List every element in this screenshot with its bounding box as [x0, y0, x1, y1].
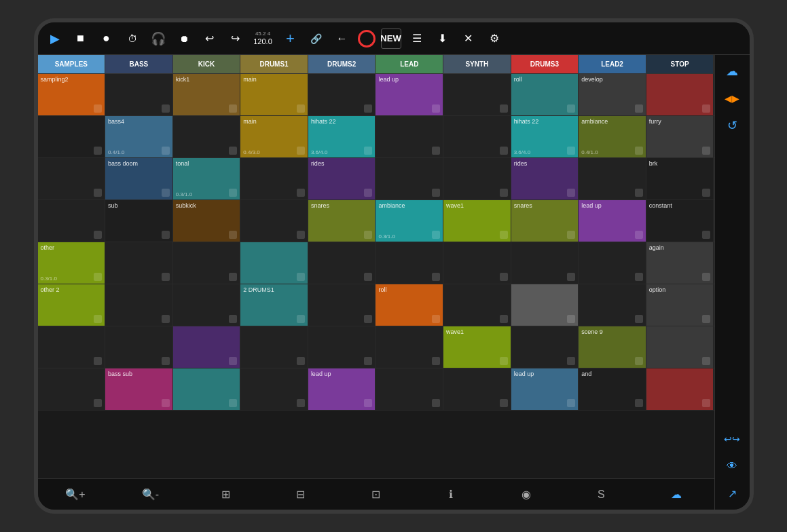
arrow-up-right-icon[interactable]: ↗ — [720, 481, 744, 506]
cell-r2-c8[interactable] — [579, 158, 646, 200]
cell-r0-c3[interactable]: main — [240, 74, 308, 115]
cell-r0-c7[interactable]: roll — [511, 74, 579, 115]
cell-r5-c1[interactable] — [105, 284, 173, 326]
cell-r1-c9[interactable]: furry — [646, 116, 714, 157]
cell-r4-c8[interactable] — [579, 242, 646, 284]
cell-r6-c3[interactable] — [240, 326, 308, 368]
cell-r0-c4[interactable] — [308, 74, 376, 115]
col-header-lead2[interactable]: LEAD2 — [579, 55, 646, 74]
cell-r7-c1[interactable]: bass sub — [105, 368, 173, 410]
col-header-lead[interactable]: LEAD — [376, 55, 443, 74]
cell-r2-c4[interactable]: rides — [308, 158, 376, 200]
cell-r3-c7[interactable]: snares — [511, 200, 579, 242]
cell-r1-c6[interactable] — [443, 116, 511, 157]
cell-r6-c7[interactable] — [511, 326, 579, 368]
cell-r1-c3[interactable]: main0.4/3.0 — [240, 116, 308, 157]
cell-r1-c8[interactable]: ambiance0.4/1.0 — [579, 116, 646, 157]
cell-r6-c1[interactable] — [105, 326, 173, 368]
add-track-icon[interactable]: ⊞ — [213, 482, 238, 507]
headphone-icon[interactable]: 🎧 — [148, 28, 168, 49]
link-icon[interactable]: 🔗 — [306, 28, 327, 49]
cell-r0-c1[interactable] — [105, 74, 173, 115]
cell-r1-c5[interactable] — [376, 116, 443, 157]
cell-r1-c2[interactable] — [173, 116, 241, 157]
cell-r3-c0[interactable] — [38, 200, 106, 242]
col-header-drums2[interactable]: DRUMS2 — [308, 55, 376, 74]
cell-r4-c5[interactable] — [376, 242, 443, 284]
cell-r0-c9[interactable] — [646, 74, 714, 115]
cell-r7-c7[interactable]: lead up — [511, 368, 579, 410]
list-icon[interactable]: ☰ — [407, 28, 427, 49]
add-button[interactable]: + — [280, 28, 301, 49]
cell-r3-c3[interactable] — [240, 200, 308, 242]
col-header-samples[interactable]: SAMPLES — [38, 55, 106, 74]
cell-r7-c5[interactable] — [376, 368, 443, 410]
cell-r0-c6[interactable] — [443, 74, 511, 115]
zoom-out-icon[interactable]: 🔍- — [138, 482, 162, 507]
cell-r5-c0[interactable]: other 2 — [38, 284, 106, 326]
cell-r2-c2[interactable]: tonal0.3/1.0 — [173, 158, 241, 200]
cell-r6-c4[interactable] — [308, 326, 376, 368]
cell-r0-c2[interactable]: kick1 — [173, 74, 241, 115]
zoom-in-icon[interactable]: 🔍+ — [63, 482, 88, 507]
new-button[interactable]: NEW — [381, 28, 401, 49]
col-header-kick[interactable]: KICK — [173, 55, 241, 74]
cell-r6-c0[interactable] — [38, 326, 106, 368]
cell-r2-c6[interactable] — [443, 158, 511, 200]
play-button[interactable]: ▶ — [45, 28, 65, 49]
cell-r6-c8[interactable]: scene 9 — [579, 326, 646, 368]
cell-r5-c9[interactable]: option — [646, 284, 714, 326]
col-header-stop[interactable]: STOP — [646, 55, 714, 74]
cell-r7-c0[interactable] — [38, 368, 106, 410]
cell-r3-c6[interactable]: wave1 — [443, 200, 511, 242]
record-mode-icon[interactable]: ◉ — [514, 482, 538, 507]
cell-r2-c1[interactable]: bass doom — [105, 158, 173, 200]
cell-r4-c3[interactable] — [240, 242, 308, 284]
cloud-icon-bottom[interactable]: ☁ — [664, 482, 689, 507]
capture-icon[interactable]: ⊡ — [363, 482, 388, 507]
cell-r4-c9[interactable]: again — [646, 242, 714, 284]
cell-r0-c8[interactable]: develop — [579, 74, 646, 115]
session-icon[interactable]: S — [589, 482, 613, 507]
navigate-icon[interactable]: ◀▶ — [720, 86, 744, 111]
cell-r2-c5[interactable] — [376, 158, 443, 200]
cell-r7-c4[interactable]: lead up — [308, 368, 376, 410]
cell-r3-c5[interactable]: ambiance0.3/1.0 — [376, 200, 443, 242]
cell-r5-c8[interactable] — [579, 284, 646, 326]
settings-icon[interactable]: ⚙ — [484, 28, 505, 49]
info-icon[interactable]: ℹ — [439, 482, 463, 507]
col-header-bass[interactable]: BASS — [105, 55, 173, 74]
cell-r3-c8[interactable]: lead up — [579, 200, 646, 242]
close-icon[interactable]: ✕ — [458, 28, 479, 49]
metronome-icon[interactable]: ⏱ — [122, 28, 143, 49]
redo-icon[interactable]: ↪ — [225, 28, 246, 49]
loop-icon[interactable]: ↺ — [720, 113, 744, 138]
cell-r3-c1[interactable]: sub — [105, 200, 173, 242]
cell-r5-c5[interactable]: roll — [376, 284, 443, 326]
cell-r2-c9[interactable]: brk — [646, 158, 714, 200]
record-button[interactable]: ● — [96, 28, 117, 49]
cell-r4-c2[interactable] — [173, 242, 241, 284]
cell-r3-c9[interactable]: constant — [646, 200, 714, 242]
eye-icon[interactable]: 👁 — [720, 454, 744, 478]
col-header-drums3[interactable]: DRUMS3 — [511, 55, 579, 74]
back-icon[interactable]: ← — [332, 28, 352, 49]
cell-r2-c0[interactable] — [38, 158, 106, 200]
cell-r5-c6[interactable] — [443, 284, 511, 326]
cell-r1-c4[interactable]: hihats 223.6/4.0 — [308, 116, 376, 157]
cell-r7-c3[interactable] — [240, 368, 308, 410]
cell-r7-c9[interactable] — [646, 368, 714, 410]
cell-r4-c4[interactable] — [308, 242, 376, 284]
cell-r6-c2[interactable] — [173, 326, 241, 368]
cell-r5-c4[interactable] — [308, 284, 376, 326]
cell-r4-c1[interactable] — [105, 242, 173, 284]
cell-r6-c9[interactable] — [646, 326, 714, 368]
record-circle[interactable] — [358, 30, 376, 48]
cell-r7-c6[interactable] — [443, 368, 511, 410]
cell-r5-c3[interactable]: 2 DRUMS1 — [240, 284, 308, 326]
cell-r2-c3[interactable] — [240, 158, 308, 200]
cell-r0-c5[interactable]: lead up — [376, 74, 443, 115]
cell-r1-c1[interactable]: bass40.4/1.0 — [105, 116, 173, 157]
col-header-drums1[interactable]: DRUMS1 — [240, 55, 308, 74]
cloud-icon-right[interactable]: ☁ — [720, 59, 744, 83]
